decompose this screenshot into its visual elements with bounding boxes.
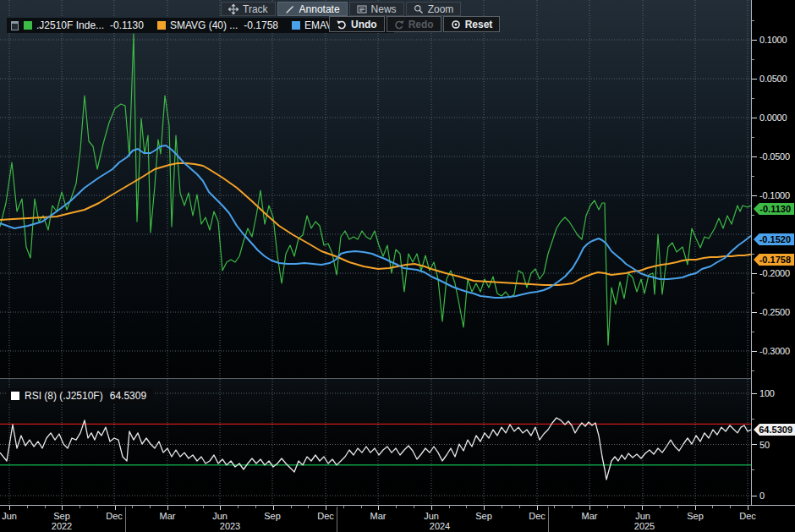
x-axis-month-label: Jun <box>424 511 439 521</box>
x-axis-month-label: Jun <box>635 511 650 521</box>
series-smavg-40- <box>0 163 751 285</box>
last-price-badge: -0.1130 <box>754 203 794 215</box>
x-axis-month-label: Sep <box>687 511 704 521</box>
annotate-pencil-icon <box>285 4 295 14</box>
year-divider <box>337 507 337 532</box>
redo-icon <box>394 19 404 30</box>
chart-panel-icon[interactable] <box>11 21 19 30</box>
rsi-axis-tick <box>752 393 757 394</box>
rsi-axis-minor-tick <box>752 419 754 420</box>
rsi-series-label: RSI (8) (.J2510F) <box>25 390 103 402</box>
x-axis-tick <box>343 506 344 508</box>
rsi-axis-label: 0 <box>759 491 765 501</box>
x-axis-tick <box>273 506 274 510</box>
y-axis-minor-tick <box>752 20 754 21</box>
y-axis-tick <box>752 40 757 41</box>
x-axis-month-label: Sep <box>264 511 281 521</box>
x-axis-tick <box>97 506 98 508</box>
y-axis-label: 0.0500 <box>759 74 787 84</box>
news-button-label: News <box>371 3 397 15</box>
x-axis-year-label: 2025 <box>634 521 655 531</box>
x-axis-month-label: Dec <box>739 511 756 521</box>
legend-item-smavg[interactable]: SMAVG (40) ... -0.1758 <box>157 19 278 31</box>
rsi-axis-tick <box>752 496 757 496</box>
year-divider <box>125 507 126 532</box>
x-axis-tick <box>677 506 678 508</box>
y-axis-minor-tick <box>752 176 754 177</box>
panel-divider[interactable] <box>0 378 795 379</box>
x-axis-tick <box>624 506 625 508</box>
y-axis-tick <box>752 118 757 118</box>
x-axis-tick <box>712 506 713 508</box>
x-axis-tick <box>554 506 555 508</box>
x-axis-tick <box>449 506 450 508</box>
price-series-value: -0.1130 <box>110 19 144 31</box>
year-divider <box>548 507 549 532</box>
x-axis-tick <box>27 506 28 508</box>
rsi-axis-label: 100 <box>759 388 775 398</box>
y-axis-label: 0.0000 <box>759 112 787 123</box>
x-axis-month-label: Jun <box>2 511 17 521</box>
price-chart-plot[interactable] <box>0 0 751 378</box>
y-axis-minor-tick <box>752 137 754 138</box>
x-axis-month-label: Dec <box>317 511 334 521</box>
x-axis-tick <box>361 506 362 508</box>
undo-redo-toolbar: Undo Redo Reset <box>329 16 500 32</box>
x-axis-year-label: 2023 <box>220 521 240 531</box>
bottom-time-axis[interactable]: JunSepDecMarJunSepDecMarJunSepDecMarJunS… <box>0 505 795 532</box>
y-axis-minor-tick <box>752 332 754 332</box>
x-axis-tick <box>238 506 238 508</box>
y-axis-tick <box>752 79 757 80</box>
x-axis-tick <box>519 506 520 508</box>
x-axis-tick <box>9 506 10 510</box>
y-axis-label: 0.1000 <box>759 35 787 45</box>
last-price-badge: -0.1758 <box>754 254 794 266</box>
reset-button-label: Reset <box>465 19 493 30</box>
x-axis-tick <box>62 506 63 510</box>
x-axis-tick <box>80 506 80 508</box>
news-button[interactable]: News <box>349 2 404 16</box>
undo-button-label: Undo <box>351 19 377 30</box>
y-axis-tick <box>752 273 757 274</box>
annotate-button[interactable]: Annotate <box>277 2 348 16</box>
x-axis-tick <box>203 506 204 508</box>
x-axis-tick <box>291 506 292 508</box>
rsi-series-swatch <box>11 392 19 400</box>
right-price-axis[interactable]: 0.10000.05000.0000-0.0500-0.1000-0.2000-… <box>751 0 795 505</box>
undo-button[interactable]: Undo <box>329 16 385 32</box>
rsi-legend[interactable]: RSI (8) (.J2510F) 64.5309 <box>7 388 153 403</box>
x-axis-tick <box>484 506 485 510</box>
redo-button[interactable]: Redo <box>387 16 441 32</box>
y-axis-tick <box>752 156 757 157</box>
track-button[interactable]: Track <box>221 2 276 16</box>
y-axis-minor-tick <box>752 215 754 216</box>
zoom-button-label: Zoom <box>428 3 454 15</box>
chart-toolbar: Track Annotate News Zoom <box>221 2 461 16</box>
rsi-series-value: 64.5309 <box>110 390 146 402</box>
x-axis-tick <box>167 506 168 510</box>
x-axis-tick <box>730 506 731 508</box>
x-axis-tick <box>326 506 326 510</box>
x-axis-tick <box>537 506 538 510</box>
x-axis-month-label: Jun <box>212 511 228 521</box>
x-axis-year-label: 2024 <box>430 521 450 531</box>
x-axis-tick <box>185 506 186 508</box>
x-axis-year-label: 2022 <box>52 521 72 531</box>
series--j2510f-index <box>0 34 751 345</box>
y-axis-tick <box>752 195 757 196</box>
x-axis-tick <box>378 506 379 510</box>
x-axis-tick <box>132 506 133 508</box>
smavg-series-label: SMAVG (40) ... <box>170 19 238 31</box>
zoom-magnifier-icon <box>414 4 424 14</box>
rsi-axis-minor-tick <box>752 469 754 470</box>
reset-icon <box>451 19 461 30</box>
reset-button[interactable]: Reset <box>443 16 501 32</box>
legend-item-price[interactable]: .J2510F Inde... -0.1130 <box>24 19 144 31</box>
track-button-label: Track <box>243 3 268 15</box>
x-axis-tick <box>660 506 661 508</box>
y-axis-tick <box>752 351 757 352</box>
zoom-button[interactable]: Zoom <box>406 2 462 16</box>
x-axis-tick <box>695 506 696 510</box>
x-axis-tick <box>572 506 573 508</box>
x-axis-tick <box>414 506 414 508</box>
